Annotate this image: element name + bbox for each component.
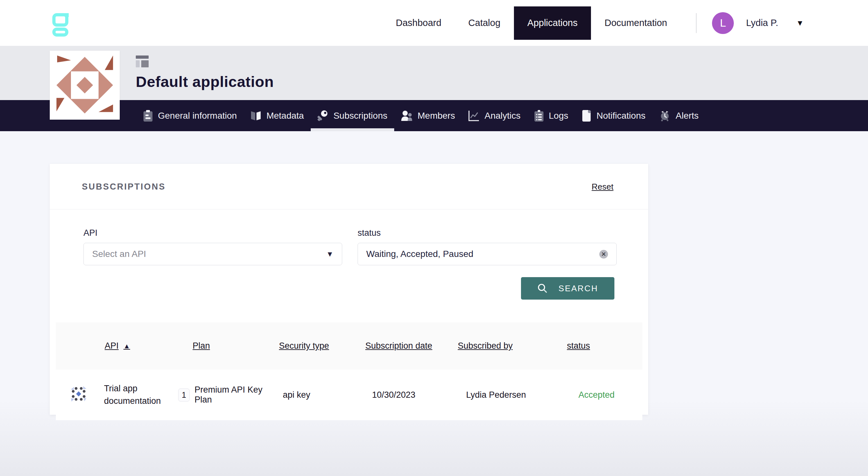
chevron-down-icon[interactable]: ▼ xyxy=(796,19,804,28)
tab-label: Notifications xyxy=(596,111,646,121)
nav-item-catalog[interactable]: Catalog xyxy=(455,6,514,40)
cell-status status-badge: Accepted xyxy=(567,390,642,400)
chart-icon xyxy=(468,110,479,121)
plan-count-badge: 1 xyxy=(178,388,190,402)
top-navigation: Dashboard Catalog Applications Documenta… xyxy=(0,0,868,46)
cell-plan: 1 Premium API Key Plan xyxy=(178,385,279,405)
subscriptions-table: API ▲ Plan Security type Subscription da… xyxy=(56,322,642,420)
nav-divider xyxy=(696,13,696,33)
tab-analytics[interactable]: Analytics xyxy=(462,100,527,131)
gravitee-logo-icon[interactable] xyxy=(51,11,71,37)
column-header-subscription-date[interactable]: Subscription date xyxy=(365,341,458,351)
nav-item-applications[interactable]: Applications xyxy=(514,6,591,40)
reset-link[interactable]: Reset xyxy=(592,182,614,192)
tab-label: Alerts xyxy=(676,111,699,121)
nav-item-dashboard[interactable]: Dashboard xyxy=(382,6,455,40)
table-row[interactable]: Trial app documentation 1 Premium API Ke… xyxy=(56,370,642,420)
cell-api: Trial app documentation xyxy=(104,382,178,407)
nav-menu: Dashboard Catalog Applications Documenta… xyxy=(382,0,804,46)
members-icon xyxy=(401,110,412,121)
api-select-placeholder: Select an API xyxy=(92,249,146,259)
tab-members[interactable]: Members xyxy=(394,100,462,131)
user-menu[interactable]: L Lydia P. ▼ xyxy=(712,12,804,34)
tab-label: Subscriptions xyxy=(334,111,388,121)
column-header-security-type[interactable]: Security type xyxy=(279,341,365,351)
clear-icon[interactable]: ✕ xyxy=(599,250,608,259)
tab-label: Members xyxy=(417,111,455,121)
page-title: Default application xyxy=(136,73,274,91)
tab-alerts[interactable]: Alerts xyxy=(652,100,706,131)
application-avatar xyxy=(50,51,120,120)
tab-notifications[interactable]: Notifications xyxy=(575,100,652,131)
logs-icon xyxy=(534,110,544,122)
api-filter-label: API xyxy=(84,228,342,238)
nav-item-documentation[interactable]: Documentation xyxy=(591,6,681,40)
alarm-clock-icon xyxy=(659,110,671,122)
api-identicon xyxy=(70,385,87,402)
avatar[interactable]: L xyxy=(712,12,734,34)
column-header-status[interactable]: status xyxy=(567,341,642,351)
status-filter-label: status xyxy=(358,228,617,238)
tab-logs[interactable]: Logs xyxy=(527,100,575,131)
cell-subscription-date: 10/30/2023 xyxy=(365,390,458,400)
plan-name: Premium API Key Plan xyxy=(194,385,279,405)
notification-doc-icon xyxy=(582,110,591,122)
filters: API Select an API ▼ status Waiting, Acce… xyxy=(50,209,648,265)
tab-general-information[interactable]: General information xyxy=(136,100,244,131)
panel-title: SUBSCRIPTIONS xyxy=(82,182,166,192)
column-label: API xyxy=(105,341,119,351)
column-header-plan[interactable]: Plan xyxy=(178,341,279,351)
status-select-value: Waiting, Accepted, Paused xyxy=(366,249,473,259)
cell-security-type: api key xyxy=(279,390,365,400)
status-select[interactable]: Waiting, Accepted, Paused ✕ xyxy=(358,243,617,265)
search-button[interactable]: SEARCH xyxy=(521,277,614,300)
tab-label: General information xyxy=(158,111,237,121)
tab-label: Analytics xyxy=(485,111,520,121)
page-body: SUBSCRIPTIONS Reset API Select an API ▼ … xyxy=(0,131,868,476)
application-tabs: General information Metadata Subscriptio… xyxy=(0,100,868,131)
application-header: Default application xyxy=(0,46,868,100)
subscriptions-card: SUBSCRIPTIONS Reset API Select an API ▼ … xyxy=(50,164,648,415)
chevron-down-icon[interactable]: ▼ xyxy=(326,250,334,259)
sort-asc-icon[interactable]: ▲ xyxy=(124,342,130,350)
key-icon xyxy=(317,110,329,122)
column-header-subscribed-by[interactable]: Subscribed by xyxy=(458,341,567,351)
search-button-label: SEARCH xyxy=(559,283,598,294)
tab-subscriptions[interactable]: Subscriptions xyxy=(311,100,394,131)
search-icon xyxy=(537,283,548,294)
clipboard-icon xyxy=(143,110,153,122)
book-icon xyxy=(250,111,261,121)
user-name: Lydia P. xyxy=(746,18,778,28)
tab-label: Metadata xyxy=(267,111,304,121)
application-type-icon xyxy=(136,55,149,68)
column-header-api[interactable]: API ▲ xyxy=(104,341,178,351)
api-select[interactable]: Select an API ▼ xyxy=(84,243,342,265)
tab-metadata[interactable]: Metadata xyxy=(244,100,311,131)
tab-label: Logs xyxy=(549,111,568,121)
cell-subscribed-by: Lydia Pedersen xyxy=(458,390,567,400)
table-header-row: API ▲ Plan Security type Subscription da… xyxy=(56,322,642,370)
